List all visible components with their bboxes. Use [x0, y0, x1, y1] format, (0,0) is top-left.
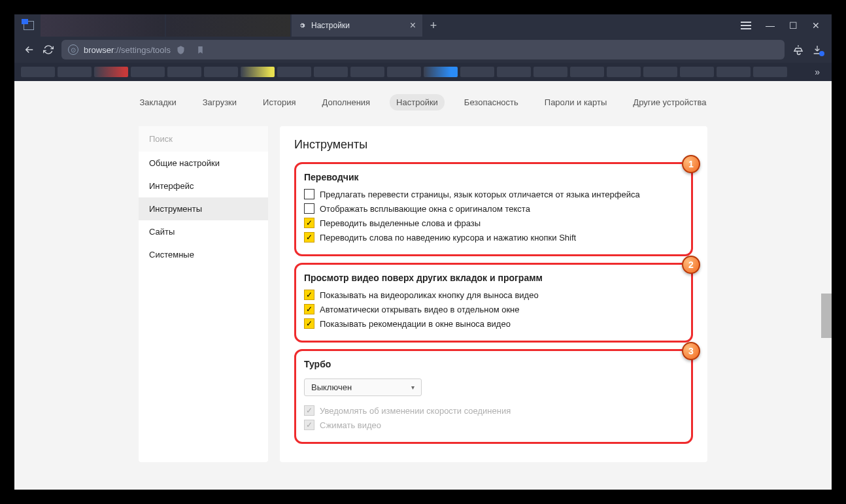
sidebar-item[interactable]: Инструменты — [139, 197, 268, 220]
step-badge: 3 — [682, 342, 700, 360]
address-bar: ⊙ browser://settings/tools — [14, 37, 832, 63]
maximize-button[interactable]: ☐ — [789, 20, 798, 31]
sidebar-item[interactable]: Системные — [139, 243, 268, 266]
bookmark-item[interactable] — [753, 67, 787, 77]
search-input[interactable]: Поиск — [139, 126, 268, 152]
bookmark-item[interactable] — [717, 67, 751, 77]
top-tab-5[interactable]: Безопасность — [458, 94, 525, 110]
top-tab-4[interactable]: Настройки — [390, 94, 445, 110]
checkbox-label: Предлагать перевести страницы, язык кото… — [320, 190, 640, 199]
checkbox[interactable]: ✓ — [304, 232, 314, 243]
bookmark-item[interactable] — [533, 67, 567, 77]
page-content: ЗакладкиЗагрузкиИсторияДополненияНастрой… — [14, 81, 832, 490]
block-title: Переводчик — [304, 172, 683, 182]
block-title: Просмотр видео поверх других вкладок и п… — [304, 273, 683, 283]
sidebar-item[interactable]: Интерфейс — [139, 175, 268, 197]
settings-block: 2Просмотр видео поверх других вкладок и … — [294, 263, 693, 343]
sidebar-item[interactable]: Сайты — [139, 220, 268, 243]
top-tab-6[interactable]: Пароли и карты — [538, 94, 614, 110]
checkbox[interactable] — [304, 203, 314, 214]
protect-icon[interactable] — [176, 45, 186, 55]
checkbox[interactable]: ✓ — [304, 218, 314, 228]
checkbox-label: Сжимать видео — [320, 420, 381, 430]
browser-tab-active[interactable]: Настройки × — [292, 14, 422, 37]
bookmark-item[interactable] — [94, 67, 128, 77]
reload-button[interactable] — [43, 44, 54, 55]
bookmarks-overflow[interactable]: » — [809, 67, 825, 77]
checkbox-label: Уведомлять об изменении скорости соедине… — [320, 406, 511, 416]
gear-icon — [298, 22, 306, 29]
settings-block: 3ТурбоВыключен▾✓Уведомлять об изменении … — [294, 349, 693, 444]
checkbox-row[interactable]: Предлагать перевести страницы, язык кото… — [304, 189, 683, 199]
new-tab-button[interactable]: + — [422, 14, 445, 37]
top-tab-2[interactable]: История — [256, 94, 302, 110]
bookmark-item[interactable] — [424, 67, 458, 77]
checkbox-label: Показывать рекомендации в окне выноса ви… — [320, 319, 511, 329]
checkbox: ✓ — [304, 420, 314, 430]
top-tab-1[interactable]: Загрузки — [196, 94, 243, 110]
turbo-select[interactable]: Выключен▾ — [304, 378, 422, 396]
checkbox[interactable]: ✓ — [304, 318, 314, 329]
bookmark-item[interactable] — [241, 67, 275, 77]
checkbox-label: Показывать на видеороликах кнопку для вы… — [320, 290, 539, 300]
top-tab-7[interactable]: Другие устройства — [626, 94, 713, 110]
bookmark-item[interactable] — [570, 67, 604, 77]
checkbox-label: Отображать всплывающие окна с оригиналом… — [320, 204, 530, 214]
browser-tab[interactable] — [41, 14, 165, 37]
checkbox[interactable] — [304, 189, 314, 199]
top-tab-3[interactable]: Дополнения — [315, 94, 377, 110]
bookmarks-bar: » — [14, 63, 832, 81]
bookmark-item[interactable] — [680, 67, 714, 77]
top-tab-0[interactable]: Закладки — [133, 94, 182, 110]
bookmark-item[interactable] — [277, 67, 311, 77]
bookmark-item[interactable] — [167, 67, 201, 77]
bookmark-item[interactable] — [204, 67, 238, 77]
browser-tab[interactable] — [166, 14, 290, 37]
section-heading: Инструменты — [294, 138, 693, 152]
bookmark-item[interactable] — [607, 67, 641, 77]
sidebar-item[interactable]: Общие настройки — [139, 152, 268, 175]
checkbox-row[interactable]: ✓Переводить слова по наведению курсора и… — [304, 232, 683, 243]
site-info-icon[interactable]: ⊙ — [68, 44, 78, 55]
bookmark-item[interactable] — [314, 67, 348, 77]
url-field[interactable]: ⊙ browser://settings/tools — [61, 40, 785, 59]
step-badge: 1 — [682, 155, 700, 173]
close-button[interactable]: ✕ — [812, 20, 820, 31]
checkbox-label: Автоматически открывать видео в отдельно… — [320, 305, 520, 314]
menu-icon[interactable] — [741, 22, 751, 29]
checkbox-row[interactable]: ✓Автоматически открывать видео в отдельн… — [304, 304, 683, 314]
bookmark-item[interactable] — [643, 67, 677, 77]
checkbox-row: ✓Сжимать видео — [304, 420, 683, 430]
checkbox-row[interactable]: ✓Показывать на видеороликах кнопку для в… — [304, 290, 683, 300]
bookmark-item[interactable] — [387, 67, 421, 77]
bookmark-item[interactable] — [58, 67, 92, 77]
back-button[interactable] — [24, 44, 35, 56]
minimize-button[interactable]: — — [766, 20, 775, 31]
workspace-icon[interactable] — [24, 21, 34, 30]
checkbox-row: ✓Уведомлять об изменении скорости соедин… — [304, 405, 683, 416]
bookmark-item[interactable] — [350, 67, 384, 77]
settings-main-panel: Инструменты 1ПереводчикПредлагать переве… — [280, 126, 707, 462]
close-icon[interactable]: × — [410, 20, 416, 31]
checkbox-row[interactable]: ✓Показывать рекомендации в окне выноса в… — [304, 318, 683, 329]
checkbox[interactable]: ✓ — [304, 304, 314, 314]
downloads-icon[interactable] — [812, 44, 822, 55]
checkbox[interactable]: ✓ — [304, 290, 314, 300]
bookmark-item[interactable] — [21, 67, 55, 77]
checkbox-row[interactable]: ✓Переводить выделенные слова и фразы — [304, 218, 683, 228]
bookmark-icon[interactable] — [196, 45, 205, 55]
checkbox-label: Переводить выделенные слова и фразы — [320, 218, 481, 228]
bookmark-item[interactable] — [131, 67, 165, 77]
feedback-icon[interactable] — [792, 44, 804, 56]
step-badge: 2 — [682, 256, 700, 274]
checkbox: ✓ — [304, 405, 314, 416]
block-title: Турбо — [304, 359, 683, 369]
checkbox-label: Переводить слова по наведению курсора и … — [320, 233, 576, 243]
settings-block: 1ПереводчикПредлагать перевести страницы… — [294, 162, 693, 256]
tab-title: Настройки — [311, 21, 350, 30]
url-text: browser://settings/tools — [84, 45, 171, 55]
scrollbar[interactable] — [821, 294, 832, 338]
checkbox-row[interactable]: Отображать всплывающие окна с оригиналом… — [304, 203, 683, 214]
bookmark-item[interactable] — [460, 67, 494, 77]
bookmark-item[interactable] — [497, 67, 531, 77]
